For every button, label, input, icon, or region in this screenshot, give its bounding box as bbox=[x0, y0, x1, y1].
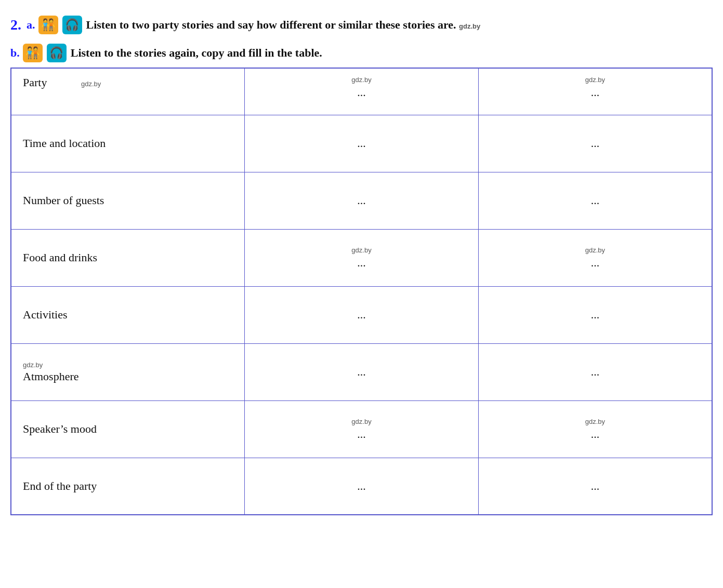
table-row: Time and location ... ... bbox=[11, 115, 712, 172]
row-guests-col3: ... bbox=[478, 172, 712, 229]
row-food-label: Food and drinks bbox=[11, 229, 245, 286]
row-activities-col2: ... bbox=[245, 286, 479, 343]
row-atmosphere-label: gdz.by Atmosphere bbox=[11, 343, 245, 400]
instruction-line-2b: b. 🧑‍🤝‍🧑 🎧 Listen to the stories again, … bbox=[10, 44, 713, 62]
part-b-instruction: Listen to the stories again, copy and fi… bbox=[71, 46, 322, 60]
row-end-label: End of the party bbox=[11, 458, 245, 515]
row-time-location-label: Time and location bbox=[11, 115, 245, 172]
row-atmosphere-col3: ... bbox=[478, 343, 712, 400]
part-a-letter: a. bbox=[27, 18, 35, 32]
row-time-location-col3: ... bbox=[478, 115, 712, 172]
row-guests-col2: ... bbox=[245, 172, 479, 229]
row-atmosphere-col2: ... bbox=[245, 343, 479, 400]
headphones-icon: 🎧 bbox=[62, 16, 82, 34]
row-time-location-col2: ... bbox=[245, 115, 479, 172]
headphones-icon-b: 🎧 bbox=[47, 44, 67, 62]
row-end-col2: ... bbox=[245, 458, 479, 515]
row-mood-col3: gdz.by ... bbox=[478, 400, 712, 458]
header-col2: gdz.by ... bbox=[245, 68, 479, 115]
exercise-number: 2. bbox=[10, 17, 21, 33]
table-row: Activities ... ... bbox=[11, 286, 712, 343]
people-icon-b: 🧑‍🤝‍🧑 bbox=[23, 44, 43, 62]
row-mood-label: Speaker’s mood bbox=[11, 400, 245, 458]
row-activities-label: Activities bbox=[11, 286, 245, 343]
table-row: Number of guests ... ... bbox=[11, 172, 712, 229]
instruction-line-2a: 2. a. 🧑‍🤝‍🧑 🎧 Listen to two party storie… bbox=[10, 16, 480, 34]
row-food-col2: gdz.by ... bbox=[245, 229, 479, 286]
row-end-col3: ... bbox=[478, 458, 712, 515]
exercise-2b: b. 🧑‍🤝‍🧑 🎧 Listen to the stories again, … bbox=[10, 44, 713, 515]
part-a-instruction: Listen to two party stories and say how … bbox=[86, 18, 481, 32]
table-row: gdz.by Atmosphere ... ... bbox=[11, 343, 712, 400]
row-mood-col2: gdz.by ... bbox=[245, 400, 479, 458]
party-table: Party gdz.by gdz.by ... gdz.by ... Time … bbox=[10, 68, 713, 515]
table-header-row: Party gdz.by gdz.by ... gdz.by ... bbox=[11, 68, 712, 115]
exercise-2a: 2. a. 🧑‍🤝‍🧑 🎧 Listen to two party storie… bbox=[10, 16, 713, 34]
row-guests-label: Number of guests bbox=[11, 172, 245, 229]
header-col3: gdz.by ... bbox=[478, 68, 712, 115]
table-row: Food and drinks gdz.by ... gdz.by ... bbox=[11, 229, 712, 286]
watermark-2a: gdz.by bbox=[459, 22, 480, 30]
part-b-letter: b. bbox=[10, 46, 20, 60]
table-row: Speaker’s mood gdz.by ... gdz.by ... bbox=[11, 400, 712, 458]
header-party-label: Party gdz.by bbox=[11, 68, 245, 115]
table-row: End of the party ... ... bbox=[11, 458, 712, 515]
people-icon: 🧑‍🤝‍🧑 bbox=[38, 16, 58, 34]
row-food-col3: gdz.by ... bbox=[478, 229, 712, 286]
row-activities-col3: ... bbox=[478, 286, 712, 343]
